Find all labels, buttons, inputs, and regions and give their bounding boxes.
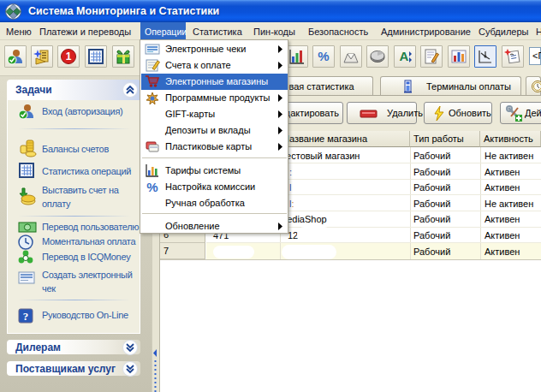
svg-text:%: % [318,49,329,63]
svg-text:1: 1 [66,50,72,62]
svg-text:?: ? [23,310,29,323]
svg-text:A: A [400,49,409,63]
svg-text:%: % [146,180,158,194]
